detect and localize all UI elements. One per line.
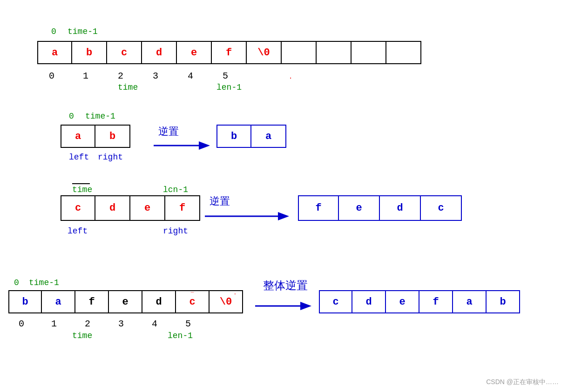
s1-idx-3: 3 bbox=[153, 71, 158, 81]
s1-cell-f: f bbox=[212, 41, 247, 64]
s2-cell-b: b bbox=[95, 125, 130, 148]
s2-right-array: b a bbox=[216, 125, 286, 148]
s2-label-right: right bbox=[98, 153, 123, 162]
s3-cell-c: c bbox=[61, 195, 95, 221]
s1-idx-5: 5 bbox=[223, 71, 228, 81]
s4-res-f: f bbox=[419, 290, 453, 313]
s4-arrow bbox=[255, 292, 316, 320]
s2-cell-b2: b bbox=[216, 125, 251, 148]
diagram-area: 0 time-1 a b c d e f \0 0 1 2 3 4 5 · ti… bbox=[0, 0, 568, 392]
s1-cell-e: e bbox=[177, 41, 212, 64]
s4-idx-4: 4 bbox=[152, 319, 157, 329]
s4-res-d: d bbox=[352, 290, 386, 313]
s1-cell-null: \0 bbox=[247, 41, 282, 64]
s1-label-time: time bbox=[118, 83, 138, 92]
s1-idx-0: 0 bbox=[49, 71, 54, 81]
s4-cell-b: b bbox=[8, 290, 42, 313]
s4-label-time: time bbox=[72, 331, 92, 340]
s1-array: a b c d e f \0 bbox=[37, 41, 421, 64]
s3-cell-f: f bbox=[165, 195, 200, 221]
s2-cell-a2: a bbox=[251, 125, 286, 148]
s4-idx-1: 1 bbox=[51, 319, 57, 329]
s4-cell-d: d bbox=[142, 290, 176, 313]
s3-cell-f2: f bbox=[298, 195, 339, 221]
s1-cell-e1 bbox=[282, 41, 317, 64]
s4-res-b: b bbox=[487, 290, 520, 313]
s3-label-time: time bbox=[72, 185, 92, 194]
s1-label-len1: len-1 bbox=[216, 83, 242, 92]
s3-overline-bar bbox=[72, 183, 90, 184]
s2-left-array: a b bbox=[61, 125, 130, 148]
s3-right-array: f e d c bbox=[298, 195, 462, 221]
s2-cell-a: a bbox=[61, 125, 95, 148]
s4-idx-0: 0 bbox=[19, 319, 24, 329]
s1-idx-2: 2 bbox=[118, 71, 123, 81]
s1-idx-4: 4 bbox=[188, 71, 193, 81]
s3-cell-d: d bbox=[95, 195, 130, 221]
s4-idx-2: 2 bbox=[85, 319, 90, 329]
s1-label-time1: time-1 bbox=[68, 27, 98, 36]
s3-arrow bbox=[205, 202, 293, 230]
s2-arrow bbox=[154, 134, 214, 157]
s2-label-left: left bbox=[69, 153, 89, 162]
s4-cell-null: \0 bbox=[210, 290, 243, 313]
s1-cell-a: a bbox=[37, 41, 72, 64]
s3-label-right: right bbox=[163, 226, 188, 236]
s3-left-array: c d e f bbox=[61, 195, 200, 221]
s4-res-c: c bbox=[319, 290, 352, 313]
s3-cell-c2: c bbox=[421, 195, 462, 221]
s4-cell-f: f bbox=[75, 290, 109, 313]
s4-label-0: 0 bbox=[14, 278, 19, 287]
s2-label-0: 0 bbox=[69, 112, 74, 121]
s4-label-time1: time-1 bbox=[29, 278, 59, 287]
s2-label-time1: time-1 bbox=[85, 112, 115, 121]
s1-idx-1: 1 bbox=[83, 71, 88, 81]
s4-idx-3: 3 bbox=[118, 319, 124, 329]
s3-cell-e: e bbox=[130, 195, 165, 221]
s1-label-0: 0 bbox=[51, 27, 56, 36]
s3-cell-d2: d bbox=[380, 195, 421, 221]
s3-label-len1: lcn-1 bbox=[163, 185, 188, 194]
s4-idx-5: 5 bbox=[185, 319, 191, 329]
s4-cell-a: a · bbox=[42, 290, 75, 313]
s4-res-a: a bbox=[453, 290, 487, 313]
s4-label-len1: len-1 bbox=[168, 331, 193, 340]
s3-cell-e2: e bbox=[339, 195, 380, 221]
s4-top-array: b a · f e d c ‾ \0 bbox=[8, 290, 243, 313]
s4-cell-c: c ‾ bbox=[176, 290, 210, 313]
s1-cell-e2 bbox=[317, 41, 352, 64]
s1-cell-c: c bbox=[107, 41, 142, 64]
s4-res-e: e bbox=[386, 290, 419, 313]
s1-cell-d: d bbox=[142, 41, 177, 64]
s4-result-array: c d e f a b bbox=[319, 290, 520, 313]
watermark: CSDN @正在审核中…… bbox=[486, 378, 559, 386]
s1-cell-e3 bbox=[352, 41, 386, 64]
s4-reverse-label: 整体逆置 bbox=[263, 278, 308, 293]
s1-cell-b: b bbox=[72, 41, 107, 64]
s1-cell-e4 bbox=[386, 41, 421, 64]
s4-cell-e: e bbox=[109, 290, 142, 313]
s3-label-left: left bbox=[68, 226, 88, 236]
s1-dot: · bbox=[289, 74, 292, 82]
